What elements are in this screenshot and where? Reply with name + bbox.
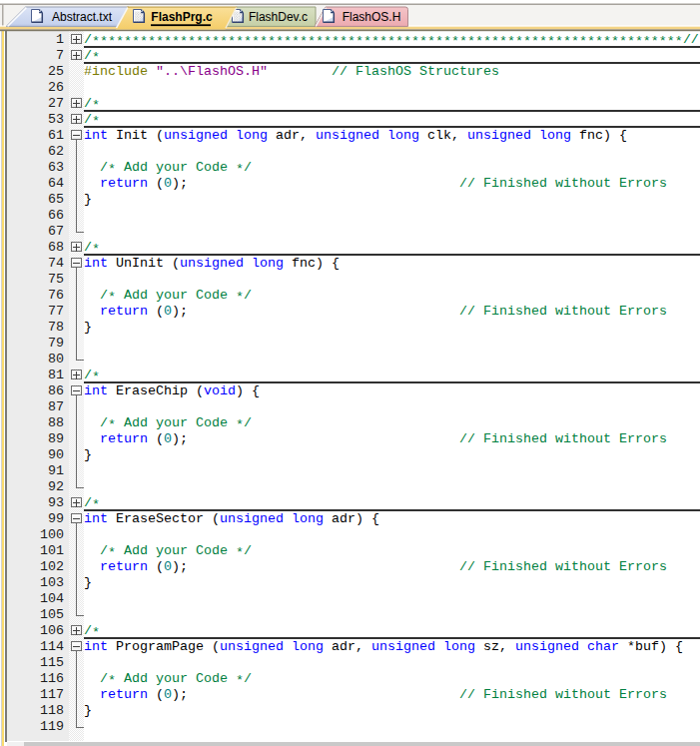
svg-text:FlashPrg.c: FlashPrg.c bbox=[151, 10, 213, 24]
svg-text:FlashOS.H: FlashOS.H bbox=[343, 10, 401, 24]
svg-text:Abstract.txt: Abstract.txt bbox=[52, 10, 113, 24]
svg-text:FlashDev.c: FlashDev.c bbox=[249, 10, 308, 24]
